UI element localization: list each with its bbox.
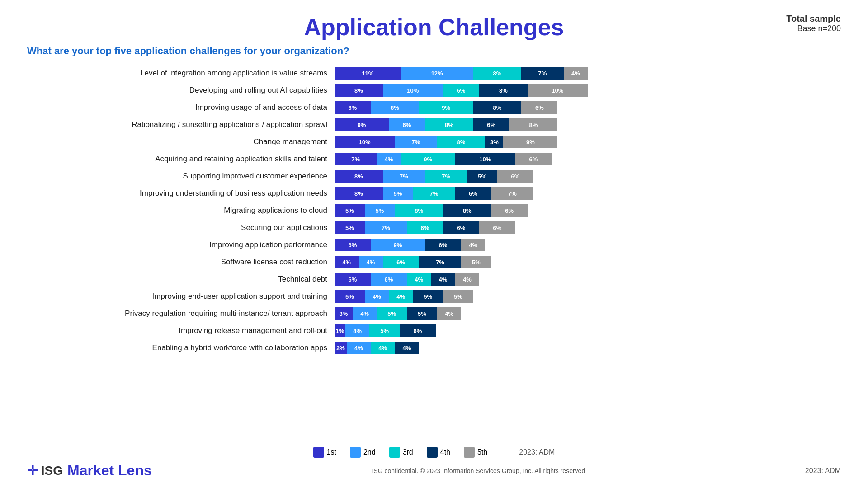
row-label: Enabling a hybrid workforce with collabo…: [27, 343, 335, 352]
row-label: Improving understanding of business appl…: [27, 189, 335, 198]
total-sample-label: Total sample: [786, 14, 841, 24]
bar-segment: 6%: [400, 324, 436, 337]
table-row: Developing and rolling out AI capabiliti…: [27, 82, 841, 99]
bar-container: 4%4%6%7%5%: [335, 256, 841, 268]
bar-segment: 4%: [564, 67, 588, 80]
row-label: Improving release management and roll-ou…: [27, 326, 335, 335]
bar-segment: 5%: [467, 170, 497, 183]
bar-segment: 6%: [335, 101, 371, 114]
bar-segment: 8%: [335, 187, 383, 200]
bar-segment: 8%: [437, 136, 486, 148]
row-label: Privacy regulation requiring multi-insta…: [27, 309, 335, 318]
bar-segment: 6%: [521, 101, 557, 114]
bar-segment: 1%: [335, 324, 345, 337]
bar-segment: 4%: [455, 273, 479, 286]
bar-segment: 4%: [359, 256, 382, 268]
main-title: Application Challenges: [27, 14, 841, 41]
table-row: Improving usage of and access of data6%8…: [27, 99, 841, 116]
bar-segment: 7%: [491, 187, 533, 200]
legend-label: 5th: [477, 448, 487, 456]
legend-swatch: [427, 447, 438, 458]
bar-segment: 7%: [335, 153, 377, 165]
legend-item: 2nd: [350, 447, 376, 458]
bar-segment: 8%: [425, 118, 473, 131]
row-label: Change management: [27, 137, 335, 146]
bar-container: 8%10%6%8%10%: [335, 84, 841, 97]
bar-segment: 6%: [389, 118, 425, 131]
bar-container: 7%4%9%10%6%: [335, 153, 841, 165]
bar-segment: 2%: [335, 342, 347, 354]
header-row: Application Challenges Total sample Base…: [27, 14, 841, 41]
table-row: Technical debt6%6%4%4%4%: [27, 271, 841, 287]
bar-segment: 6%: [443, 221, 479, 234]
row-label: Securing our applications: [27, 223, 335, 232]
bar-segment: 8%: [473, 101, 522, 114]
isg-text: ISG: [41, 464, 63, 478]
row-label: Developing and rolling out AI capabiliti…: [27, 86, 335, 95]
bar-segment: 8%: [509, 118, 558, 131]
bar-segment: 6%: [497, 170, 533, 183]
bar-segment: 9%: [419, 101, 473, 114]
legend-item: 4th: [427, 447, 450, 458]
row-label: Migrating applications to cloud: [27, 206, 335, 215]
bar-segment: 7%: [365, 221, 407, 234]
bar-segment: 5%: [335, 204, 365, 217]
subtitle: What are your top five application chall…: [27, 45, 841, 57]
bar-segment: 6%: [425, 239, 461, 251]
bar-segment: 10%: [528, 84, 588, 97]
table-row: Improving application performance6%9%6%4…: [27, 237, 841, 253]
market-lens-text: Market Lens: [67, 462, 152, 479]
table-row: Privacy regulation requiring multi-insta…: [27, 305, 841, 322]
bar-segment: 8%: [473, 67, 522, 80]
bar-segment: 7%: [425, 170, 467, 183]
bar-segment: 6%: [491, 204, 528, 217]
bar-segment: 11%: [335, 67, 401, 80]
legend-label: 3rd: [403, 448, 413, 456]
bar-segment: 6%: [407, 221, 443, 234]
bar-segment: 9%: [371, 239, 425, 251]
legend-swatch: [313, 447, 324, 458]
bar-segment: 8%: [443, 204, 491, 217]
table-row: Improving understanding of business appl…: [27, 185, 841, 202]
bar-container: 3%4%5%5%4%: [335, 307, 841, 320]
footer-row: ✛ ISG Market Lens ISG confidential. © 20…: [27, 462, 841, 479]
table-row: Enabling a hybrid workforce with collabo…: [27, 340, 841, 356]
table-row: Software license cost reduction4%4%6%7%5…: [27, 254, 841, 270]
bar-container: 8%7%7%5%6%: [335, 170, 841, 183]
bar-segment: 5%: [383, 187, 413, 200]
bar-segment: 6%: [479, 221, 515, 234]
row-label: Supporting improved customer experience: [27, 172, 335, 181]
bar-segment: 7%: [521, 67, 563, 80]
bar-container: 2%4%4%4%: [335, 342, 841, 354]
legend-label: 4th: [440, 448, 450, 456]
legend-swatch: [464, 447, 475, 458]
legend-label: 1st: [327, 448, 336, 456]
bar-segment: 6%: [383, 256, 419, 268]
row-label: Software license cost reduction: [27, 258, 335, 267]
bar-segment: 9%: [503, 136, 557, 148]
bar-segment: 5%: [335, 221, 365, 234]
bar-segment: 7%: [413, 187, 455, 200]
bar-segment: 3%: [485, 136, 503, 148]
table-row: Level of integration among application i…: [27, 65, 841, 81]
bar-segment: 8%: [479, 84, 528, 97]
bar-segment: 4%: [365, 290, 389, 303]
row-label: Improving usage of and access of data: [27, 103, 335, 112]
row-label: Technical debt: [27, 275, 335, 284]
bar-segment: 4%: [437, 307, 461, 320]
bar-segment: 4%: [461, 239, 485, 251]
legend-row: 1st2nd3rd4th5th2023: ADM: [27, 447, 841, 458]
table-row: Migrating applications to cloud5%5%8%8%6…: [27, 202, 841, 219]
bar-segment: 4%: [389, 290, 413, 303]
table-row: Change management10%7%8%3%9%: [27, 134, 841, 150]
bar-segment: 4%: [335, 256, 359, 268]
legend-swatch: [350, 447, 361, 458]
bar-container: 1%4%5%6%: [335, 324, 841, 337]
bar-segment: 6%: [473, 118, 509, 131]
legend-item: 1st: [313, 447, 336, 458]
legend-swatch: [389, 447, 400, 458]
market-lens-label: Market Lens: [67, 462, 152, 479]
bar-segment: 6%: [443, 84, 479, 97]
bar-segment: 4%: [353, 307, 377, 320]
bar-segment: 4%: [377, 153, 401, 165]
